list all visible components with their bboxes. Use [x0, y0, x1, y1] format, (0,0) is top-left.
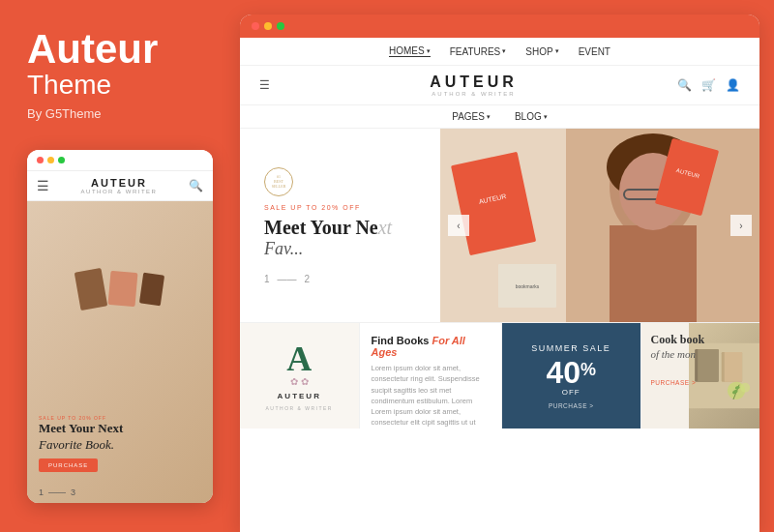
mobile-page-current: 1 [39, 488, 44, 497]
flower-icon-1: ✿ [290, 376, 298, 387]
hero-heading2: Fav... [264, 239, 416, 259]
svg-rect-3 [610, 225, 697, 322]
pages-arrow: ▾ [487, 113, 491, 121]
nav-event[interactable]: EVENT [579, 46, 610, 57]
card-logo-sub: AUTHOR & WRITER [266, 405, 333, 411]
mobile-logo: AUTEUR AUTHOR & WRITER [81, 177, 158, 194]
bottom-cards: A ✿ ✿ AUTEUR AUTHOR & WRITER Find Books … [240, 322, 759, 429]
hero-left: #1BESTSELLER SALE UP TO 20% OFF Meet You… [240, 129, 440, 322]
sale-title: SUMMER SALE [531, 343, 610, 353]
mobile-search-icon[interactable]: 🔍 [189, 179, 203, 193]
find-books-title: Find Books For All Ages [372, 335, 491, 358]
hero-award: #1BESTSELLER [264, 167, 416, 196]
desktop-user-icon[interactable]: 👤 [726, 78, 740, 93]
desktop-logo-row: ☰ AUTEUR AUTHOR & WRITER 🔍 🛒 👤 [240, 66, 759, 105]
cookbook-purchase-link[interactable]: PURCHASE > [651, 379, 751, 386]
desktop-nav-bottom: PAGES ▾ BLOG ▾ [240, 105, 759, 129]
hero-right: AUTEUR AUTEUR bookmarks ‹ › [440, 129, 759, 322]
desktop-cart-icon[interactable]: 🛒 [701, 78, 716, 93]
features-arrow: ▾ [502, 47, 506, 55]
nav-features[interactable]: FEATURES ▾ [450, 46, 507, 57]
right-panel: HOMES ▾ FEATURES ▾ SHOP ▾ EVENT ☰ AUTEUR… [240, 15, 759, 532]
shop-arrow: ▾ [555, 47, 559, 55]
homes-arrow: ▾ [427, 47, 431, 55]
nav-pages[interactable]: PAGES ▾ [452, 111, 491, 122]
desktop-hero: #1BESTSELLER SALE UP TO 20% OFF Meet You… [240, 129, 759, 322]
find-books-text: Lorem ipsum dolor sit amet, consectetur … [372, 363, 491, 429]
mobile-mockup: ☰ AUTEUR AUTHOR & WRITER 🔍 SALE UP TO 20… [27, 150, 213, 503]
hero-prev-button[interactable]: ‹ [448, 215, 469, 236]
card-find-books: Find Books For All Ages Lorem ipsum dolo… [360, 323, 503, 429]
browser-dot-green [277, 22, 284, 30]
mobile-book-2 [108, 271, 138, 307]
card-logo-brand: AUTEUR [278, 392, 321, 400]
flower-icon-2: ✿ [301, 376, 309, 387]
mobile-page-total: 3 [71, 488, 75, 497]
mobile-book-1 [74, 268, 108, 310]
svg-text:bookmarks: bookmarks [516, 283, 540, 289]
brand-by: By G5Theme [27, 106, 213, 121]
mobile-page-sep: —— [48, 488, 66, 497]
desktop-search-icon[interactable]: 🔍 [677, 78, 692, 93]
browser-dot-yellow [264, 22, 272, 30]
hero-page-sep: —— [278, 274, 297, 284]
hero-sale-text: SALE UP TO 20% OFF [264, 204, 416, 211]
sale-off-label: OFF [562, 388, 580, 397]
hero-heading1: Meet Your Next [264, 216, 416, 239]
desktop-logo: AUTEUR AUTHOR & WRITER [430, 74, 518, 97]
desktop-hamburger-icon[interactable]: ☰ [259, 78, 270, 93]
mobile-hero-heading1: Meet Your Next [39, 421, 201, 437]
mobile-hero: SALE UP TO 20% OFF Meet Your Next Favori… [27, 201, 213, 503]
mobile-pagination: 1 —— 3 [27, 484, 213, 503]
hero-pagination: 1 —— 2 [264, 274, 416, 284]
mobile-dot-green [58, 157, 65, 163]
sale-percentage: 40% [546, 357, 596, 388]
browser-bar [240, 15, 759, 38]
nav-shop[interactable]: SHOP ▾ [525, 46, 558, 57]
mobile-hero-heading2: Favorite Book. [39, 437, 201, 453]
card-logo-letter: A [286, 341, 312, 376]
desktop-nav-top: HOMES ▾ FEATURES ▾ SHOP ▾ EVENT [240, 38, 759, 66]
blog-arrow: ▾ [544, 113, 548, 121]
brand-title: Auteur [27, 29, 213, 70]
mobile-hero-books [32, 206, 208, 372]
card-logo: A ✿ ✿ AUTEUR AUTHOR & WRITER [240, 323, 360, 429]
sale-purchase-link[interactable]: PURCHASE > [549, 402, 594, 409]
nav-homes[interactable]: HOMES ▾ [389, 45, 431, 57]
mobile-hero-content: SALE UP TO 20% OFF Meet Your Next Favori… [27, 407, 213, 484]
cookbook-title: Cook book [651, 333, 751, 348]
mobile-book-3 [139, 272, 164, 306]
mobile-menu-icon[interactable]: ☰ [37, 178, 49, 194]
left-panel: Auteur Theme By G5Theme ☰ AUTEUR AUTHOR … [0, 0, 240, 532]
sale-symbol: % [580, 361, 596, 378]
mobile-browser-dots [27, 150, 213, 171]
card-summer-sale: SUMMER SALE 40% OFF PURCHASE > [502, 323, 641, 429]
mobile-dot-yellow [47, 157, 54, 163]
mobile-header: ☰ AUTEUR AUTHOR & WRITER 🔍 [27, 171, 213, 201]
card-logo-flowers: ✿ ✿ [290, 376, 309, 387]
card-cookbook: Cook book of the mon PURCHASE > [641, 323, 760, 429]
brand-subtitle: Theme [27, 70, 213, 101]
browser-dot-red [252, 22, 259, 30]
mobile-purchase-button[interactable]: PURCHASE [39, 458, 98, 472]
desktop-content: HOMES ▾ FEATURES ▾ SHOP ▾ EVENT ☰ AUTEUR… [240, 38, 759, 532]
cookbook-subtitle: of the mon [651, 348, 751, 360]
mobile-dot-red [37, 157, 44, 163]
hero-visual: AUTEUR AUTEUR bookmarks [440, 129, 759, 322]
hero-page-current: 1 [264, 274, 270, 284]
cookbook-content: Cook book of the mon PURCHASE > [641, 323, 760, 396]
desktop-header-icons: 🔍 🛒 👤 [677, 78, 740, 93]
hero-next-button[interactable]: › [730, 215, 752, 236]
award-badge: #1BESTSELLER [264, 167, 293, 196]
nav-blog[interactable]: BLOG ▾ [515, 111, 548, 122]
hero-page-total: 2 [305, 274, 311, 284]
